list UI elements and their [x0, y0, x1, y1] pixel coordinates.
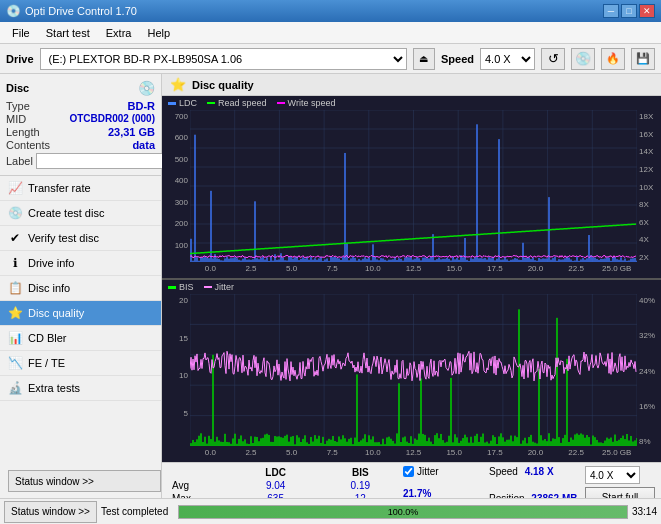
stats-avg-bis: 0.19 — [324, 479, 397, 492]
disc-mid-value: OTCBDR002 (000) — [69, 113, 155, 125]
disc-section: Disc 💿 Type BD-R MID OTCBDR002 (000) Len… — [0, 74, 161, 176]
bottom-legend: BIS Jitter — [162, 280, 661, 294]
status-bar: Status window >> Test completed 100.0% 3… — [0, 498, 661, 524]
disc-length-value: 23,31 GB — [108, 126, 155, 138]
app-icon: 💿 — [6, 4, 21, 18]
stats-max-row: Max 635 12 — [168, 492, 397, 498]
status-window-bottom-label: Status window >> — [11, 506, 90, 517]
stats-max-bis: 12 — [324, 492, 397, 498]
nav-create-test-disc-label: Create test disc — [28, 207, 104, 219]
stats-avg-row: Avg 9.04 0.19 — [168, 479, 397, 492]
speed-position-stats: Speed 4.18 X Position 23862 MB Samples 3… — [489, 466, 579, 498]
menu-start-test[interactable]: Start test — [38, 25, 98, 41]
bottom-chart-inner — [190, 294, 637, 448]
cd-bler-icon: 📊 — [8, 331, 22, 345]
stats-max-ldc: 635 — [228, 492, 324, 498]
jitter-avg-row: 21.7% — [403, 488, 483, 498]
nav-disc-quality-label: Disc quality — [28, 307, 84, 319]
burn-button[interactable]: 🔥 — [601, 48, 625, 70]
nav-disc-quality[interactable]: ⭐ Disc quality — [0, 301, 161, 326]
stats-bar: LDC BIS Avg 9.04 0.19 Max 635 — [162, 462, 661, 498]
app-title: Opti Drive Control 1.70 — [25, 5, 137, 17]
save-button[interactable]: 💾 — [631, 48, 655, 70]
stats-max-label: Max — [168, 492, 228, 498]
stats-col-bis: BIS — [324, 466, 397, 479]
drive-label: Drive — [6, 53, 34, 65]
transfer-rate-icon: 📈 — [8, 181, 22, 195]
menu-help[interactable]: Help — [139, 25, 178, 41]
stats-data-table: LDC BIS Avg 9.04 0.19 Max 635 — [168, 466, 397, 498]
nav-transfer-rate[interactable]: 📈 Transfer rate — [0, 176, 161, 201]
disc-title: Disc — [6, 82, 29, 94]
jitter-stats: Jitter 21.7% 25.5% — [403, 466, 483, 498]
menu-file[interactable]: File — [4, 25, 38, 41]
read-speed-label: Read speed — [218, 98, 267, 108]
nav-extra-tests[interactable]: 🔬 Extra tests — [0, 376, 161, 401]
bottom-chart-section: BIS Jitter 20 15 10 5 — [162, 280, 661, 462]
speed-stat-row: Speed 4.18 X — [489, 466, 579, 477]
minimize-button[interactable]: ─ — [603, 4, 619, 18]
verify-test-disc-icon: ✔ — [8, 231, 22, 245]
position-stat-label: Position — [489, 493, 525, 498]
disc-quality-header: ⭐ Disc quality — [162, 74, 661, 96]
nav-cd-bler[interactable]: 📊 CD Bler — [0, 326, 161, 351]
disc-length-label: Length — [6, 126, 40, 138]
disc-type-label: Type — [6, 100, 30, 112]
disc-contents-value: data — [132, 139, 155, 151]
bis-legend: BIS — [168, 282, 194, 292]
drive-info-icon: ℹ — [8, 256, 22, 270]
jitter-checkbox[interactable] — [403, 466, 414, 477]
nav-drive-info[interactable]: ℹ Drive info — [0, 251, 161, 276]
stats-table: LDC BIS Avg 9.04 0.19 Max 635 — [168, 466, 397, 498]
disc-quality-title: Disc quality — [192, 79, 254, 91]
title-bar-left: 💿 Opti Drive Control 1.70 — [6, 4, 137, 18]
title-bar-controls: ─ □ ✕ — [603, 4, 655, 18]
write-speed-dot — [277, 102, 285, 104]
write-speed-label: Write speed — [288, 98, 336, 108]
action-speed-select[interactable]: 4.0 X — [585, 466, 640, 484]
write-speed-legend: Write speed — [277, 98, 336, 108]
speed-label: Speed — [441, 53, 474, 65]
nav-create-test-disc[interactable]: 💿 Create test disc — [0, 201, 161, 226]
nav-disc-info[interactable]: 📋 Disc info — [0, 276, 161, 301]
start-full-button[interactable]: Start full — [585, 487, 655, 498]
top-chart-with-axes: 700 600 500 400 300 200 100 18X 16 — [162, 110, 661, 264]
progress-text: 100.0% — [179, 506, 627, 518]
jitter-checkbox-row: Jitter — [403, 466, 483, 477]
progress-bar: 100.0% — [178, 505, 628, 519]
drive-select[interactable]: (E:) PLEXTOR BD-R PX-LB950SA 1.06 — [40, 48, 407, 70]
disc-label-row: Label 🔍 — [6, 153, 155, 169]
disc-label-input[interactable] — [36, 153, 169, 169]
disc-button[interactable]: 💿 — [571, 48, 595, 70]
disc-header: Disc 💿 — [6, 80, 155, 96]
menu-extra[interactable]: Extra — [98, 25, 140, 41]
nav-fe-te[interactable]: 📉 FE / TE — [0, 351, 161, 376]
disc-quality-icon: ⭐ — [8, 306, 22, 320]
status-window-button[interactable]: Status window >> — [8, 470, 161, 492]
bottom-y-axis-left: 20 15 10 5 — [162, 294, 190, 448]
top-chart-inner — [190, 110, 637, 264]
jitter-label: Jitter — [215, 282, 235, 292]
disc-mid-label: MID — [6, 113, 26, 125]
content-area: ⭐ Disc quality LDC Read speed — [162, 74, 661, 498]
refresh-button[interactable]: ↺ — [541, 48, 565, 70]
nav-verify-test-disc[interactable]: ✔ Verify test disc — [0, 226, 161, 251]
menu-bar: File Start test Extra Help — [0, 22, 661, 44]
nav-drive-info-label: Drive info — [28, 257, 74, 269]
maximize-button[interactable]: □ — [621, 4, 637, 18]
status-window-bottom-button[interactable]: Status window >> — [4, 501, 97, 523]
bottom-chart-canvas — [190, 294, 637, 446]
create-test-disc-icon: 💿 — [8, 206, 22, 220]
jitter-avg-value: 21.7% — [403, 488, 431, 498]
bottom-x-axis: 0.0 2.5 5.0 7.5 10.0 12.5 15.0 17.5 20.0… — [162, 448, 661, 462]
disc-contents-row: Contents data — [6, 139, 155, 151]
jitter-dot — [204, 286, 212, 288]
speed-select[interactable]: 4.0 X — [480, 48, 535, 70]
speed-stat-label: Speed — [489, 466, 518, 477]
top-legend: LDC Read speed Write speed — [162, 96, 661, 110]
eject-button[interactable]: ⏏ — [413, 48, 435, 70]
nav-extra-tests-label: Extra tests — [28, 382, 80, 394]
nav-fe-te-label: FE / TE — [28, 357, 65, 369]
top-chart-section: LDC Read speed Write speed 700 600 — [162, 96, 661, 280]
close-button[interactable]: ✕ — [639, 4, 655, 18]
